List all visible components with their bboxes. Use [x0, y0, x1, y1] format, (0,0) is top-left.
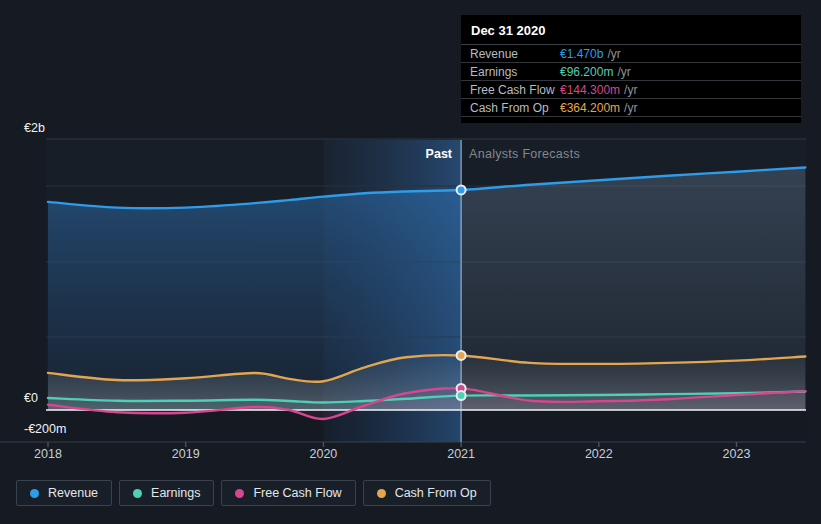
x-axis-label-2018: 2018 — [34, 447, 62, 461]
tooltip-row-unit: /yr — [617, 65, 630, 79]
tooltip-row-unit: /yr — [624, 101, 637, 115]
cash-from-op-marker — [457, 351, 466, 360]
legend-dot-earnings — [133, 489, 142, 498]
tooltip-row-earnings: Earnings€96.200m/yr — [461, 63, 801, 81]
tooltip-row-value: €364.200m — [560, 101, 620, 115]
past-section-label: Past — [426, 147, 452, 161]
x-axis-label-2020: 2020 — [309, 447, 337, 461]
earnings-marker — [457, 391, 466, 400]
tooltip-row-label: Cash From Op — [470, 101, 560, 115]
legend-label: Free Cash Flow — [253, 486, 341, 500]
legend-label: Revenue — [48, 486, 98, 500]
tooltip-row-unit: /yr — [624, 83, 637, 97]
tooltip-row-cash_from_op: Cash From Op€364.200m/yr — [461, 99, 801, 117]
tooltip-row-value: €144.300m — [560, 83, 620, 97]
tooltip-row-value: €1.470b — [560, 47, 603, 61]
legend-label: Earnings — [151, 486, 200, 500]
tooltip-row-label: Earnings — [470, 65, 560, 79]
legend-item-revenue[interactable]: Revenue — [16, 480, 112, 506]
legend-label: Cash From Op — [395, 486, 477, 500]
revenue-marker — [457, 185, 466, 194]
y-axis-label: €0 — [24, 391, 38, 405]
x-axis-label-2022: 2022 — [585, 447, 613, 461]
tooltip-row-label: Free Cash Flow — [470, 83, 560, 97]
tooltip-row-value: €96.200m — [560, 65, 613, 79]
x-axis-label-2019: 2019 — [172, 447, 200, 461]
legend-item-cash_from_op[interactable]: Cash From Op — [363, 480, 491, 506]
chart-tooltip: Dec 31 2020 Revenue€1.470b/yrEarnings€96… — [461, 15, 801, 123]
legend-dot-revenue — [30, 489, 39, 498]
legend-item-earnings[interactable]: Earnings — [119, 480, 214, 506]
legend-dot-cash_from_op — [377, 489, 386, 498]
legend-dot-free_cash_flow — [235, 489, 244, 498]
x-axis-label-2021: 2021 — [447, 447, 475, 461]
tooltip-row-label: Revenue — [470, 47, 560, 61]
x-axis-label-2023: 2023 — [723, 447, 751, 461]
tooltip-row-revenue: Revenue€1.470b/yr — [461, 45, 801, 63]
chart-legend: RevenueEarningsFree Cash FlowCash From O… — [16, 480, 491, 506]
tooltip-row-free_cash_flow: Free Cash Flow€144.300m/yr — [461, 81, 801, 99]
tooltip-rows: Revenue€1.470b/yrEarnings€96.200m/yrFree… — [461, 45, 801, 117]
stock-financials-chart-screen: €2b€0-€200m 201820192020202120222023 Pas… — [0, 0, 821, 524]
y-axis-label: €2b — [24, 121, 45, 135]
legend-item-free_cash_flow[interactable]: Free Cash Flow — [221, 480, 355, 506]
tooltip-date: Dec 31 2020 — [461, 15, 801, 45]
tooltip-row-unit: /yr — [607, 47, 620, 61]
y-axis-label: -€200m — [24, 422, 66, 436]
analysts-forecasts-section-label: Analysts Forecasts — [469, 147, 580, 161]
